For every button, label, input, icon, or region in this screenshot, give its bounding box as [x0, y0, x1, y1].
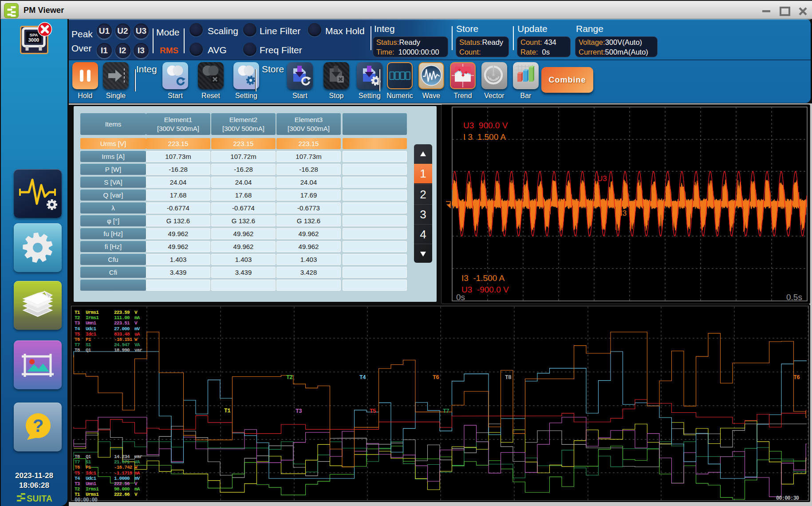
svg-text:3000: 3000 — [28, 37, 39, 43]
svg-text:?: ? — [33, 416, 43, 435]
svg-text:SUITA: SUITA — [27, 494, 52, 503]
